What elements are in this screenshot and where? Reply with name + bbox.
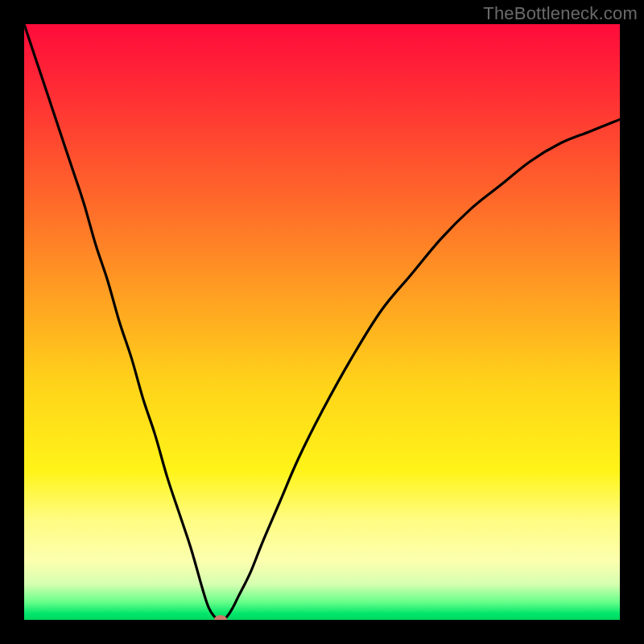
bottleneck-curve	[24, 24, 620, 620]
watermark-text: TheBottleneck.com	[483, 3, 638, 24]
chart-frame: TheBottleneck.com	[0, 0, 644, 644]
optimal-point-marker	[214, 615, 227, 620]
plot-area	[24, 24, 620, 620]
